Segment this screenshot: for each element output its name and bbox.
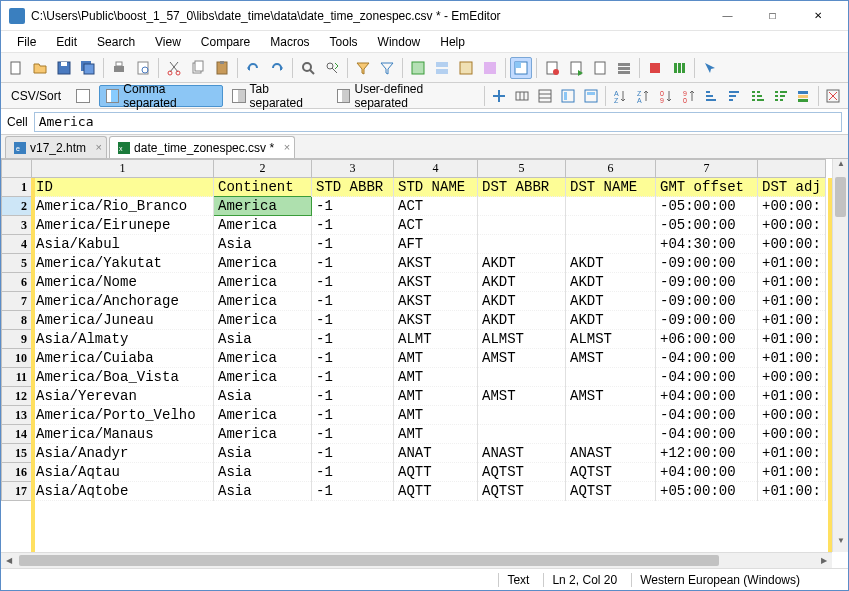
cell[interactable]: -1 [312,197,394,216]
cell-input[interactable] [34,112,842,132]
cell[interactable]: AMST [566,387,656,406]
cell[interactable]: America/Nome [32,273,214,292]
cell[interactable] [566,216,656,235]
cut-button[interactable] [163,57,185,79]
row-header-8[interactable]: 8 [2,311,32,330]
column-header-4[interactable]: 4 [394,160,478,178]
column-header-[interactable] [758,160,826,178]
cell[interactable]: America/Rio_Branco [32,197,214,216]
header-cell[interactable]: ID [32,178,214,197]
cell[interactable] [566,235,656,254]
menu-help[interactable]: Help [432,33,473,51]
row-header-3[interactable]: 3 [2,216,32,235]
scroll-right-arrow[interactable]: ▶ [816,553,832,568]
cell[interactable]: +01:00: [758,311,826,330]
cell[interactable]: Asia/Aqtau [32,463,214,482]
view-button-1[interactable] [407,57,429,79]
cell[interactable]: AKDT [478,292,566,311]
cell[interactable]: Asia/Aqtobe [32,482,214,501]
cell[interactable]: America [214,406,312,425]
cell[interactable]: ANAST [478,444,566,463]
cell[interactable]: -04:00:00 [656,425,758,444]
row-header-2[interactable]: 2 [2,197,32,216]
cell[interactable]: AMT [394,368,478,387]
row-header-13[interactable]: 13 [2,406,32,425]
cell[interactable]: -05:00:00 [656,197,758,216]
open-file-button[interactable] [29,57,51,79]
cell[interactable]: +01:00: [758,254,826,273]
cell[interactable]: AMT [394,349,478,368]
cell[interactable]: +00:00: [758,425,826,444]
print-button[interactable] [108,57,130,79]
csv-tool-4[interactable] [557,85,578,107]
cell[interactable]: -1 [312,368,394,387]
cell[interactable]: -09:00:00 [656,311,758,330]
cell[interactable]: ANAT [394,444,478,463]
cell[interactable]: Asia [214,235,312,254]
cell[interactable]: America [214,368,312,387]
cell[interactable]: Asia [214,482,312,501]
menu-file[interactable]: File [9,33,44,51]
column-header-7[interactable]: 7 [656,160,758,178]
sort-len-asc-button[interactable] [702,85,723,107]
cell[interactable]: +01:00: [758,444,826,463]
cell[interactable]: America/Boa_Vista [32,368,214,387]
sort-az-button[interactable]: AZ [610,85,631,107]
stop-button[interactable] [644,57,666,79]
cell[interactable]: -1 [312,273,394,292]
row-header-5[interactable]: 5 [2,254,32,273]
cell[interactable]: America [214,311,312,330]
cell[interactable]: America [214,425,312,444]
cell[interactable]: Asia/Almaty [32,330,214,349]
cell[interactable]: -1 [312,235,394,254]
cell[interactable]: America/Cuiaba [32,349,214,368]
cell[interactable]: -09:00:00 [656,273,758,292]
advanced-filter-button[interactable] [376,57,398,79]
cell[interactable]: AKDT [478,273,566,292]
cell[interactable]: -04:00:00 [656,349,758,368]
view-button-2[interactable] [431,57,453,79]
header-cell[interactable]: STD ABBR [312,178,394,197]
cell[interactable]: +06:00:00 [656,330,758,349]
grid[interactable]: 12345671IDContinentSTD ABBRSTD NAMEDST A… [1,159,832,552]
menu-tools[interactable]: Tools [322,33,366,51]
cell[interactable]: America/Porto_Velho [32,406,214,425]
sort-custom-button[interactable] [793,85,814,107]
view-button-3[interactable] [455,57,477,79]
cell[interactable]: America/Eirunepe [32,216,214,235]
cell[interactable]: -1 [312,444,394,463]
cell[interactable]: -1 [312,425,394,444]
menu-compare[interactable]: Compare [193,33,258,51]
column-header-5[interactable]: 5 [478,160,566,178]
print-preview-button[interactable] [132,57,154,79]
row-header-11[interactable]: 11 [2,368,32,387]
cell[interactable]: ALMT [394,330,478,349]
row-header-17[interactable]: 17 [2,482,32,501]
cell[interactable]: America [214,216,312,235]
cell[interactable]: -1 [312,463,394,482]
horizontal-scrollbar[interactable]: ◀ ▶ [1,552,832,568]
cell[interactable]: +04:30:00 [656,235,758,254]
view-button-4[interactable] [479,57,501,79]
cell[interactable]: +00:00: [758,368,826,387]
column-header-6[interactable]: 6 [566,160,656,178]
cell[interactable]: Asia [214,387,312,406]
cell[interactable]: AQTT [394,463,478,482]
tab-separated-button[interactable]: Tab separated [225,85,328,107]
sort-len-desc-button[interactable] [724,85,745,107]
cell[interactable]: AMST [478,387,566,406]
find-button[interactable] [297,57,319,79]
cell[interactable]: AMT [394,425,478,444]
sort-90-button[interactable]: 90 [679,85,700,107]
csv-tool-2[interactable] [512,85,533,107]
cell[interactable]: +04:00:00 [656,387,758,406]
scroll-down-arrow[interactable]: ▼ [833,536,848,552]
cell[interactable]: AKDT [566,311,656,330]
cell[interactable] [478,235,566,254]
run-button[interactable] [668,57,690,79]
user-defined-separated-button[interactable]: User-defined separated [330,85,480,107]
corner-header[interactable] [2,160,32,178]
cell[interactable]: America/Manaus [32,425,214,444]
cell[interactable]: AKST [394,273,478,292]
cell[interactable]: -1 [312,387,394,406]
